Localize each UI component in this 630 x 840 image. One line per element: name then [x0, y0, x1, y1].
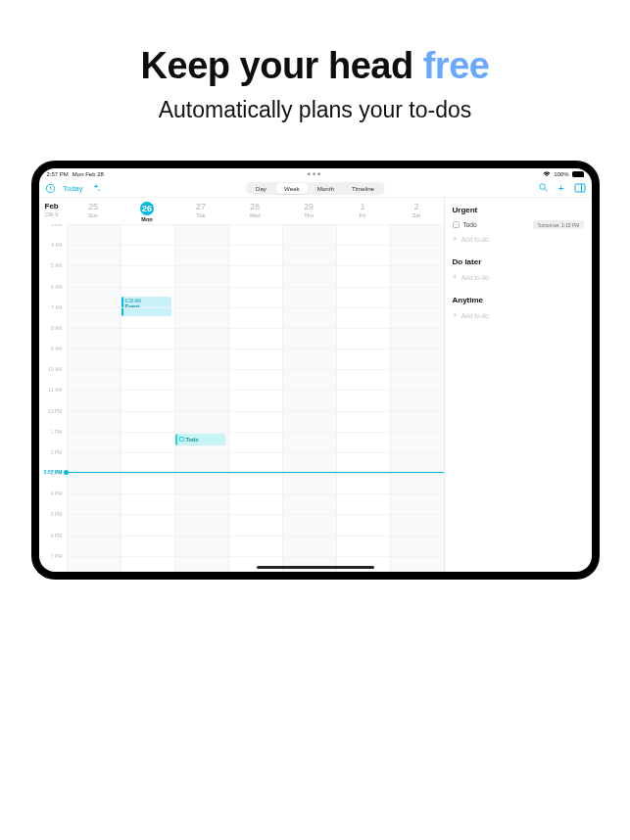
section-title-urgent: Urgent	[453, 206, 584, 214]
day-column[interactable]	[390, 224, 444, 572]
day-number: 29	[282, 202, 336, 211]
search-icon[interactable]	[538, 182, 549, 195]
plus-icon: +	[453, 310, 458, 320]
todo-row[interactable]: Todo Tomorrow, 1:15 PM	[453, 220, 584, 229]
multitask-dots-icon[interactable]: •••	[308, 169, 322, 179]
svg-rect-3	[575, 184, 585, 192]
view-segmented-control: Day Week Month Timeline	[246, 182, 384, 195]
day-header[interactable]: 25Sun	[67, 202, 121, 222]
wifi-icon	[543, 171, 551, 178]
main-split: Feb CW 9 25Sun26Mon27Tue28Wed29Thu1Fri2S…	[39, 198, 592, 572]
statusbar: 2:57 PM Mon Feb 28 ••• 100%	[39, 168, 592, 180]
svg-line-2	[544, 189, 547, 192]
calendar-view: Feb CW 9 25Sun26Mon27Tue28Wed29Thu1Fri2S…	[39, 198, 445, 572]
calendar-header: Feb CW 9 25Sun26Mon27Tue28Wed29Thu1Fri2S…	[39, 198, 444, 224]
segment-week[interactable]: Week	[275, 183, 309, 194]
day-column[interactable]	[282, 224, 336, 572]
day-header[interactable]: 27Tue	[174, 202, 228, 222]
section-title-anytime: Anytime	[453, 296, 584, 304]
calendar-grid[interactable]: 6:30 AMEventTodo	[67, 224, 444, 572]
day-name: Wed	[228, 212, 282, 218]
home-indicator[interactable]	[257, 566, 374, 569]
day-name: Sat	[390, 212, 444, 218]
hour-label: 3 AM	[51, 224, 62, 227]
battery-icon	[572, 171, 584, 177]
todo-sidebar: Urgent Todo Tomorrow, 1:15 PM + Add to-d…	[445, 198, 592, 572]
day-header[interactable]: 1Fri	[336, 202, 390, 222]
todo-title: Todo	[186, 437, 199, 443]
day-number: 27	[174, 202, 228, 211]
hour-label: 4 AM	[51, 242, 62, 248]
hour-label: 5 AM	[51, 262, 62, 268]
segment-day[interactable]: Day	[247, 183, 275, 194]
hour-label: 4 PM	[51, 490, 63, 496]
day-column[interactable]: Todo	[174, 224, 228, 572]
status-time: 2:57 PM	[47, 171, 69, 177]
day-number: 1	[336, 202, 390, 211]
add-todo-label: Add to-do	[461, 236, 489, 243]
headline-plain: Keep your head	[141, 45, 423, 86]
marketing-subline: Automatically plans your to-dos	[159, 97, 472, 123]
add-todo-label: Add to-do	[461, 274, 489, 281]
hour-label: 6 AM	[51, 284, 62, 290]
event-title: Event	[125, 303, 170, 309]
day-header[interactable]: 26Mon	[121, 202, 174, 222]
section-title-later: Do later	[453, 257, 584, 266]
day-column[interactable]	[336, 224, 390, 572]
checkbox-icon[interactable]	[179, 437, 184, 442]
marketing-headline: Keep your head free	[141, 45, 490, 87]
sidebar-section-later: Do later + Add to-do	[453, 257, 584, 282]
status-date: Mon Feb 28	[73, 171, 104, 177]
app-toolbar: Today Day Week Month Timeline +	[39, 180, 592, 198]
segment-timeline[interactable]: Timeline	[343, 183, 383, 194]
headline-accent: free	[423, 45, 490, 86]
sidebar-section-anytime: Anytime + Add to-do	[453, 296, 584, 320]
day-name: Mon	[121, 216, 174, 222]
panel-toggle-icon[interactable]	[574, 183, 586, 195]
day-number: 28	[228, 202, 282, 211]
menu-icon[interactable]	[45, 183, 56, 195]
add-todo-button[interactable]: + Add to-do	[453, 272, 584, 282]
hour-label: 8 AM	[51, 325, 62, 331]
day-column[interactable]	[67, 224, 121, 572]
hour-label: 10 AM	[48, 366, 62, 372]
ipad-frame: 2:57 PM Mon Feb 28 ••• 100% Today	[31, 161, 600, 580]
hour-label: 6 PM	[51, 533, 63, 538]
day-header[interactable]: 2Sat	[390, 202, 444, 222]
day-column[interactable]: 6:30 AMEvent	[121, 224, 174, 572]
checkbox-icon[interactable]	[453, 221, 460, 228]
day-number: 26	[140, 202, 154, 215]
add-todo-button[interactable]: + Add to-do	[453, 310, 584, 320]
hour-label: 5 PM	[51, 511, 63, 517]
segment-month[interactable]: Month	[309, 183, 343, 194]
calendar-week-label: CW 9	[45, 211, 67, 217]
day-name: Thu	[282, 212, 336, 218]
day-header[interactable]: 29Thu	[282, 202, 336, 222]
plus-icon: +	[453, 234, 458, 244]
calendar-body[interactable]: 3 AM4 AM5 AM6 AM7 AM8 AM9 AM10 AM11 AM12…	[39, 224, 444, 572]
hour-label: 7 AM	[51, 304, 62, 310]
now-indicator	[67, 472, 444, 473]
svg-point-1	[539, 184, 545, 190]
hour-label: 9 AM	[51, 346, 62, 351]
due-badge: Tomorrow, 1:15 PM	[533, 220, 583, 229]
add-icon[interactable]: +	[558, 184, 564, 194]
now-time-label: 2:57 PM	[44, 469, 63, 475]
sparkle-icon[interactable]	[91, 183, 101, 195]
hour-label: 2 PM	[51, 449, 63, 455]
today-button[interactable]: Today	[64, 184, 83, 193]
ipad-screen: 2:57 PM Mon Feb 28 ••• 100% Today	[39, 168, 592, 572]
event-time: 6:30 AM	[125, 299, 170, 303]
day-column[interactable]	[228, 224, 282, 572]
hour-label: 7 PM	[51, 553, 63, 559]
day-name: Fri	[336, 212, 390, 218]
hour-gutter: 3 AM4 AM5 AM6 AM7 AM8 AM9 AM10 AM11 AM12…	[39, 224, 67, 572]
hour-label: 1 PM	[51, 429, 63, 435]
hour-label: 11 AM	[48, 387, 62, 393]
calendar-todo[interactable]: Todo	[175, 434, 225, 445]
day-header[interactable]: 28Wed	[228, 202, 282, 222]
add-todo-label: Add to-do	[461, 312, 489, 319]
add-todo-button[interactable]: + Add to-do	[453, 234, 584, 244]
day-name: Sun	[67, 212, 121, 218]
day-number: 2	[390, 202, 444, 211]
